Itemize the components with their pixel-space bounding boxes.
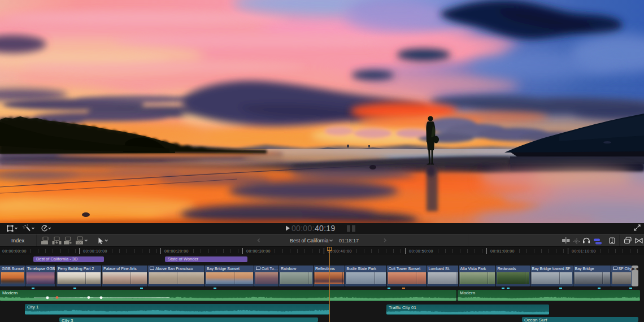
svg-text:Index: Index bbox=[11, 237, 24, 243]
svg-text:00:00:: 00:00: bbox=[291, 224, 315, 233]
svg-text:40:19: 40:19 bbox=[315, 224, 336, 233]
svg-text:Best of California: Best of California bbox=[290, 238, 329, 243]
svg-text:01:18:17: 01:18:17 bbox=[339, 238, 359, 243]
